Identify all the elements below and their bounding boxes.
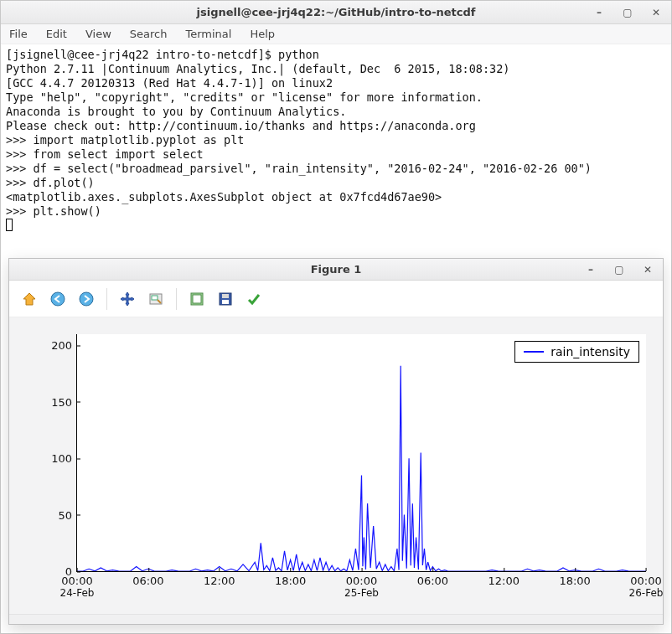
svg-rect-8 [222, 300, 229, 304]
line-series [77, 334, 646, 571]
figure-toolbar [9, 281, 663, 317]
zoom-icon[interactable] [144, 287, 168, 311]
ytick: 50 [58, 508, 77, 521]
chart-axes: rain_intensity 05010015020000:0024-Feb06… [76, 334, 646, 572]
menu-file[interactable]: File [6, 24, 31, 44]
svg-rect-7 [222, 294, 229, 298]
menu-terminal[interactable]: Terminal [182, 24, 235, 44]
ytick: 100 [51, 452, 77, 465]
figure-window: Figure 1 – ▢ ✕ [8, 258, 664, 625]
xtick: 06:00 [132, 571, 163, 587]
xtick: 00:0024-Feb [60, 571, 95, 599]
figure-title: Figure 1 [311, 263, 362, 276]
terminal-menubar: File Edit View Search Terminal Help [1, 24, 671, 44]
svg-rect-3 [152, 296, 158, 300]
xtick: 12:00 [488, 571, 520, 587]
close-icon[interactable]: ✕ [646, 4, 666, 21]
svg-rect-5 [193, 295, 201, 303]
figure-window-controls: – ▢ ✕ [581, 259, 658, 281]
save-icon[interactable] [214, 287, 237, 311]
maximize-icon[interactable]: ▢ [609, 261, 629, 278]
xtick: 12:00 [204, 571, 235, 587]
forward-icon[interactable] [75, 287, 98, 311]
chart-legend: rain_intensity [514, 341, 639, 363]
menu-help[interactable]: Help [246, 24, 278, 44]
toolbar-separator [106, 288, 107, 310]
plot-canvas[interactable]: rain_intensity 05010015020000:0024-Feb06… [9, 317, 663, 614]
xtick: 06:00 [417, 571, 448, 587]
xtick: 18:00 [275, 571, 306, 587]
legend-swatch [524, 351, 544, 353]
xtick: 18:00 [559, 571, 590, 587]
terminal-titlebar[interactable]: jsignell@cee-jrj4q22:~/GitHub/intro-to-n… [1, 1, 671, 24]
figure-titlebar[interactable]: Figure 1 – ▢ ✕ [9, 259, 663, 281]
back-icon[interactable] [46, 287, 70, 311]
maximize-icon[interactable]: ▢ [618, 4, 638, 21]
xtick: 00:0025-Feb [344, 571, 379, 599]
toolbar-separator [176, 288, 177, 310]
close-icon[interactable]: ✕ [638, 261, 658, 278]
svg-point-0 [51, 292, 65, 306]
menu-search[interactable]: Search [127, 24, 171, 44]
terminal-cursor [6, 219, 13, 231]
window-controls: – ▢ ✕ [589, 1, 666, 24]
terminal-title: jsignell@cee-jrj4q22:~/GitHub/intro-to-n… [197, 6, 476, 18]
minimize-icon[interactable]: – [581, 261, 601, 278]
minimize-icon[interactable]: – [589, 4, 609, 21]
ytick: 150 [51, 395, 77, 408]
xtick: 00:0026-Feb [629, 571, 664, 599]
menu-view[interactable]: View [82, 24, 115, 44]
legend-label: rain_intensity [551, 345, 630, 358]
configure-icon[interactable] [185, 287, 209, 311]
svg-point-1 [80, 292, 93, 306]
figure-statusbar [9, 614, 663, 624]
pan-icon[interactable] [116, 287, 139, 311]
home-icon[interactable] [18, 287, 41, 311]
ytick: 200 [51, 339, 77, 352]
menu-edit[interactable]: Edit [43, 24, 70, 44]
check-icon[interactable] [242, 287, 266, 311]
